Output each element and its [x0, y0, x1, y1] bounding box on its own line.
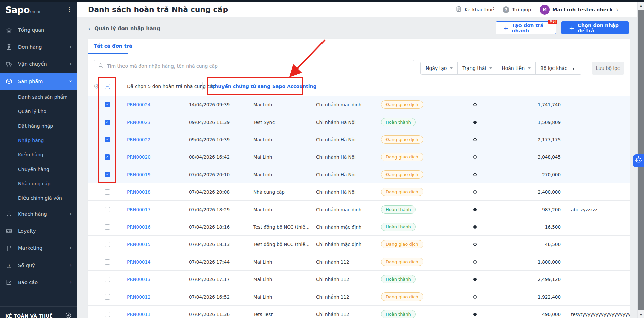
plus-circle-icon[interactable] — [65, 312, 72, 318]
sidebar-item-2[interactable]: Vận chuyển› — [0, 55, 77, 73]
gear-icon[interactable]: ⚙ — [93, 83, 99, 90]
branch-name: Chi nhánh 112 — [316, 259, 381, 265]
return-code-link[interactable]: PRN00015 — [127, 242, 189, 247]
refund-pending-dot — [473, 138, 477, 141]
total-amount: 46,500 — [502, 242, 561, 247]
row-checkbox[interactable] — [105, 189, 110, 195]
sidebar-subitem[interactable]: Quản lý kho — [0, 104, 77, 119]
branch-name: Chi nhánh Hà Nội — [316, 189, 381, 195]
row-checkbox[interactable] — [105, 224, 110, 230]
choose-import-order-label: Chọn đơn nhập để trả — [578, 22, 621, 33]
create-quick-return-label: Tạo đơn trả nhanh — [512, 22, 548, 33]
user-name: Mai Linh-tester. check — [552, 7, 613, 12]
sidebar-footer-label: KẾ TOÁN VÀ THUẾ — [5, 313, 53, 318]
status-badge: Hoàn thành — [381, 223, 416, 231]
created-date: 07/04/2026 20:08 — [189, 189, 253, 195]
row-checkbox[interactable]: ✓ — [105, 120, 110, 125]
row-checkbox[interactable] — [105, 259, 110, 265]
transfer-to-sapo-accounting-link[interactable]: Chuyển chứng từ sang Sapo Accounting — [211, 84, 316, 89]
row-checkbox[interactable] — [105, 277, 110, 282]
sidebar-subitem[interactable]: Điều chỉnh giá vốn — [0, 191, 77, 205]
return-code-link[interactable]: PRN00024 — [127, 102, 189, 107]
sidebar-item-1[interactable]: Đơn hàng› — [0, 38, 77, 55]
page-title: Danh sách hoàn trả Nhà cung cấp — [88, 5, 228, 14]
return-code-link[interactable]: PRN00022 — [127, 137, 189, 142]
row-checkbox[interactable] — [105, 207, 110, 212]
return-code-link[interactable]: PRN00016 — [127, 224, 189, 230]
choose-import-order-button[interactable]: + Chọn đơn nhập để trả — [561, 21, 629, 34]
supplier-name: Mai Linh — [253, 294, 316, 300]
sidebar-item-7[interactable]: $Sổ quỹ› — [0, 257, 77, 274]
customer-icon — [5, 210, 13, 218]
return-code-link[interactable]: PRN00012 — [127, 294, 189, 300]
row-checkbox[interactable] — [105, 294, 110, 300]
row-checkbox[interactable] — [105, 312, 110, 317]
tax-declaration-button[interactable]: Kê khai thuế — [455, 6, 494, 13]
tab-all-returns[interactable]: Tất cả đơn trả — [94, 43, 132, 49]
user-menu[interactable]: M Mai Linh-tester. check ∨ — [540, 5, 619, 15]
report-icon — [5, 279, 13, 286]
return-code-link[interactable]: PRN00011 — [127, 312, 189, 317]
filter-2[interactable]: Hoàn tiền — [497, 62, 536, 74]
chatbot-button[interactable] — [633, 154, 644, 167]
row-checkbox[interactable]: ✓ — [105, 102, 110, 107]
created-date: 08/04/2026 16:42 — [189, 154, 253, 160]
refund-pending-dot — [473, 103, 477, 106]
created-date: 14/04/2026 09:39 — [189, 102, 253, 107]
table-row: PRN0001107/04/2026 11:36Tets TestChi nhá… — [88, 305, 630, 318]
sidebar-item-5[interactable]: Loyalty — [0, 222, 77, 239]
create-quick-return-button[interactable]: + Tạo đơn trả nhanh Mới — [496, 21, 556, 34]
sidebar-subitem[interactable]: Đặt hàng nhập — [0, 119, 77, 133]
sidebar-subitem[interactable]: Nhà cung cấp — [0, 176, 77, 191]
return-code-link[interactable]: PRN00013 — [127, 277, 189, 282]
total-amount: 3,048,045 — [502, 154, 561, 160]
branch-name: Chi nhánh mặc định — [316, 207, 381, 212]
sidebar-item-3[interactable]: Sản phẩm› — [0, 73, 77, 90]
search-input[interactable] — [107, 63, 410, 69]
help-icon: ? — [503, 6, 509, 13]
sidebar-subitem[interactable]: Danh sách sản phẩm — [0, 90, 77, 104]
created-date: 07/04/2026 16:52 — [189, 294, 253, 300]
row-checkbox[interactable]: ✓ — [105, 137, 110, 142]
filter-0[interactable]: Ngày tạo — [421, 62, 458, 74]
sidebar-kebab-menu-icon[interactable]: ⋮ — [66, 6, 72, 13]
breadcrumb-back-link[interactable]: ‹ Quản lý đơn nhập hàng — [88, 25, 160, 32]
save-filter-button[interactable]: Lưu bộ lọc — [592, 62, 624, 75]
robot-icon — [635, 156, 643, 166]
select-all-checkbox[interactable]: − — [105, 84, 110, 89]
row-checkbox[interactable]: ✓ — [105, 172, 110, 177]
filter-3[interactable]: Bộ lọc khác — [536, 62, 581, 74]
search-box[interactable] — [94, 60, 414, 72]
total-amount: 16,500 — [502, 224, 561, 230]
caret-down-icon — [450, 67, 453, 69]
return-code-link[interactable]: PRN00023 — [127, 120, 189, 125]
branch-name: Chi nhánh mặc định — [316, 224, 381, 230]
refund-pending-dot — [473, 173, 477, 176]
sidebar-footer-accounting[interactable]: KẾ TOÁN VÀ THUẾ — [0, 306, 77, 318]
total-amount: 270,000 — [502, 172, 561, 177]
return-code-link[interactable]: PRN00020 — [127, 154, 189, 160]
scrollbar-down-arrow[interactable]: ▼ — [638, 312, 644, 317]
row-checkbox[interactable] — [105, 242, 110, 247]
return-code-link[interactable]: PRN00018 — [127, 189, 189, 195]
chevron-right-icon: › — [70, 245, 72, 251]
tab-bar: Tất cả đơn trả — [88, 39, 630, 54]
sidebar-subitem[interactable]: Kiểm hàng — [0, 147, 77, 162]
return-code-link[interactable]: PRN00019 — [127, 172, 189, 177]
sidebar-item-0[interactable]: Tổng quan — [0, 21, 77, 38]
sidebar-item-4[interactable]: Khách hàng› — [0, 205, 77, 222]
scrollbar-up-arrow[interactable]: ▲ — [638, 3, 644, 8]
supplier-name: Mai Linh — [253, 277, 316, 282]
branch-name: Chi nhánh 112 — [316, 294, 381, 300]
status-badge: Đang giao dịch — [381, 188, 423, 196]
sidebar-item-6[interactable]: Marketing› — [0, 239, 77, 257]
return-code-link[interactable]: PRN00017 — [127, 207, 189, 212]
sidebar-item-8[interactable]: Báo cáo› — [0, 274, 77, 291]
help-button[interactable]: ? Trợ giúp — [503, 6, 531, 13]
row-checkbox[interactable]: ✓ — [105, 154, 110, 160]
sidebar-subitem[interactable]: Nhập hàng — [0, 133, 77, 147]
sidebar-subitem[interactable]: Chuyển hàng — [0, 162, 77, 176]
filter-1[interactable]: Trạng thái — [458, 62, 497, 74]
return-code-link[interactable]: PRN00014 — [127, 259, 189, 265]
caret-down-icon — [489, 67, 492, 69]
